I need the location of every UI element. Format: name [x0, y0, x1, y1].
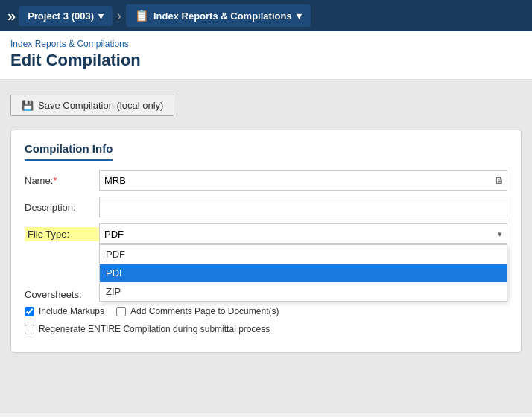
- add-comments-checkbox[interactable]: [116, 307, 126, 316]
- card-title: Compilation Info: [25, 142, 113, 161]
- regenerate-checkbox-row: Regenerate ENTIRE Compilation during sub…: [25, 324, 507, 334]
- name-field-wrapper: 🗎: [99, 170, 507, 191]
- include-markups-label: Include Markups: [39, 306, 104, 316]
- nav-logo: »: [7, 7, 16, 25]
- file-type-row: File Type: PDF ▾ PDF PDF ZIP: [25, 223, 507, 244]
- page-title: Edit Compilation: [10, 51, 522, 70]
- dropdown-option-pdf-1[interactable]: PDF: [100, 245, 507, 264]
- description-label: Description:: [25, 202, 99, 213]
- name-input[interactable]: [99, 170, 507, 191]
- add-comments-label: Add Comments Page to Document(s): [130, 306, 279, 316]
- save-button-label: Save Compilation (local only): [38, 100, 163, 111]
- module-label: Index Reports & Compilations: [153, 10, 292, 22]
- add-comments-checkbox-row: Add Comments Page to Document(s): [116, 306, 279, 316]
- dropdown-option-pdf-2[interactable]: PDF: [100, 264, 507, 282]
- logo-chevrons-icon: »: [7, 7, 16, 25]
- main-content: 💾 Save Compilation (local only) Compilat…: [0, 80, 532, 413]
- dropdown-chevron-icon: ▾: [498, 229, 502, 239]
- dropdown-option-zip[interactable]: ZIP: [100, 282, 507, 301]
- description-row: Description:: [25, 197, 507, 217]
- project-arrow-icon: ▾: [98, 10, 104, 22]
- breadcrumb: Index Reports & Compilations: [10, 39, 522, 49]
- file-type-dropdown-menu: PDF PDF ZIP: [99, 244, 507, 302]
- project-nav-item[interactable]: Project 3 (003) ▾: [19, 6, 113, 26]
- description-input[interactable]: [99, 197, 507, 217]
- module-nav-item[interactable]: 📋 Index Reports & Compilations ▾: [126, 4, 311, 27]
- file-type-dropdown-trigger[interactable]: PDF ▾: [99, 223, 507, 244]
- include-markups-checkbox-row: Include Markups: [25, 306, 104, 316]
- file-type-dropdown[interactable]: PDF ▾ PDF PDF ZIP: [99, 223, 507, 244]
- project-label: Project 3 (003): [28, 10, 94, 22]
- title-area: Index Reports & Compilations Edit Compil…: [0, 31, 532, 80]
- name-label: Name:*: [25, 175, 99, 186]
- compilation-info-card: Compilation Info Name:* 🗎 Description: F…: [10, 130, 522, 353]
- include-markups-checkbox[interactable]: [25, 307, 34, 316]
- regenerate-checkbox[interactable]: [25, 325, 34, 334]
- file-type-label: File Type:: [25, 227, 99, 241]
- save-icon: 💾: [22, 100, 34, 111]
- module-arrow-icon: ▾: [297, 10, 302, 22]
- file-type-row-wrapper: File Type: PDF ▾ PDF PDF ZIP: [25, 223, 507, 244]
- nav-separator: ›: [117, 8, 121, 24]
- include-markups-row: Include Markups Add Comments Page to Doc…: [25, 306, 507, 321]
- regenerate-label: Regenerate ENTIRE Compilation during sub…: [39, 324, 270, 334]
- module-icon: 📋: [135, 9, 149, 22]
- name-row: Name:* 🗎: [25, 170, 507, 191]
- save-compilation-button[interactable]: 💾 Save Compilation (local only): [10, 95, 174, 116]
- red-arrow-indicator: [511, 208, 532, 276]
- coversheets-label: Coversheets:: [25, 287, 99, 300]
- navbar: » Project 3 (003) ▾ › 📋 Index Reports & …: [0, 0, 532, 31]
- name-input-icon: 🗎: [495, 175, 504, 186]
- file-type-current-value: PDF: [104, 229, 124, 240]
- bottom-checkboxes: Include Markups Add Comments Page to Doc…: [25, 306, 507, 334]
